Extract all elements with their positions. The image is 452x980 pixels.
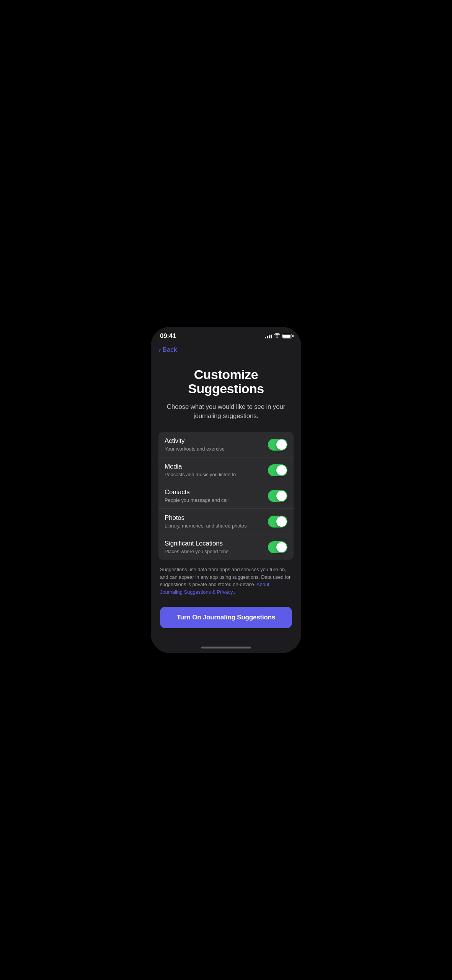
spacer bbox=[158, 596, 294, 602]
cta-section: Turn On Journaling Suggestions bbox=[158, 602, 294, 636]
toggle-title-activity: Activity bbox=[165, 437, 268, 445]
privacy-note: Suggestions use data from apps and servi… bbox=[158, 566, 294, 596]
toggle-item-significant-locations: Significant Locations Places where you s… bbox=[158, 534, 294, 560]
toggle-list: Activity Your workouts and exercise Medi… bbox=[158, 432, 294, 560]
phone-frame: 09:41 ‹ Back Custom bbox=[151, 327, 301, 653]
toggle-item-photos: Photos Library, memories, and shared pho… bbox=[158, 509, 294, 534]
toggle-switch-media[interactable] bbox=[268, 464, 287, 476]
toggle-desc-media: Podcasts and music you listen to bbox=[165, 472, 268, 477]
toggle-title-photos: Photos bbox=[165, 514, 268, 522]
home-indicator bbox=[151, 644, 301, 653]
battery-icon bbox=[282, 334, 292, 338]
back-button[interactable]: ‹ Back bbox=[158, 343, 294, 360]
privacy-text: Suggestions use data from apps and servi… bbox=[160, 567, 290, 587]
toggle-title-significant-locations: Significant Locations bbox=[165, 540, 268, 547]
wifi-icon bbox=[274, 333, 280, 339]
page-title: CustomizeSuggestions bbox=[162, 368, 290, 396]
cta-button[interactable]: Turn On Journaling Suggestions bbox=[160, 607, 292, 628]
status-bar: 09:41 bbox=[151, 327, 301, 343]
title-section: CustomizeSuggestions Choose what you wou… bbox=[158, 360, 294, 432]
status-icons bbox=[265, 333, 292, 339]
toggle-title-contacts: Contacts bbox=[165, 488, 268, 496]
toggle-item-contacts: Contacts People you message and call bbox=[158, 483, 294, 509]
page-subtitle: Choose what you would like to see in you… bbox=[162, 402, 290, 421]
back-chevron-icon: ‹ bbox=[158, 346, 161, 354]
toggle-title-media: Media bbox=[165, 463, 268, 470]
toggle-switch-significant-locations[interactable] bbox=[268, 541, 287, 553]
toggle-switch-contacts[interactable] bbox=[268, 490, 287, 502]
toggle-desc-photos: Library, memories, and shared photos bbox=[165, 523, 268, 529]
toggle-desc-activity: Your workouts and exercise bbox=[165, 446, 268, 452]
status-time: 09:41 bbox=[160, 332, 176, 340]
toggle-desc-significant-locations: Places where you spend time bbox=[165, 549, 268, 554]
signal-icon bbox=[265, 334, 272, 338]
toggle-desc-contacts: People you message and call bbox=[165, 497, 268, 503]
toggle-switch-photos[interactable] bbox=[268, 516, 287, 528]
toggle-item-activity: Activity Your workouts and exercise bbox=[158, 432, 294, 457]
back-label: Back bbox=[163, 346, 177, 354]
home-bar bbox=[201, 647, 251, 648]
toggle-item-media: Media Podcasts and music you listen to bbox=[158, 457, 294, 483]
toggle-switch-activity[interactable] bbox=[268, 439, 287, 451]
main-content: ‹ Back CustomizeSuggestions Choose what … bbox=[151, 343, 301, 644]
